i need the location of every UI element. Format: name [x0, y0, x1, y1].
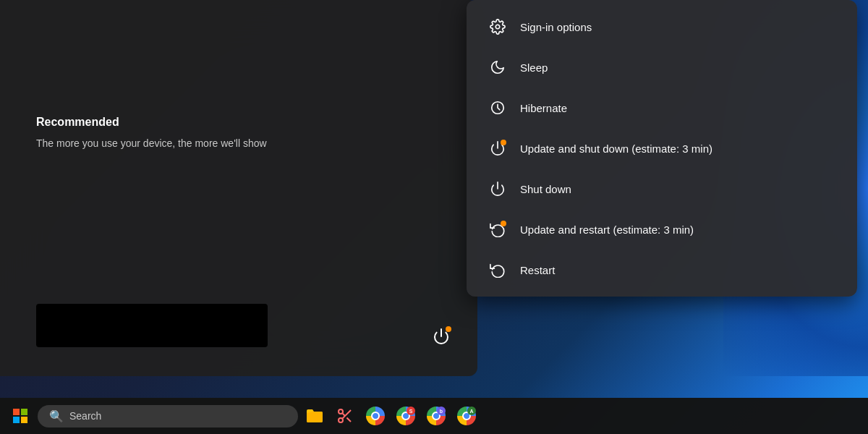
scissors-icon: [336, 407, 354, 425]
menu-item-update-shut-down[interactable]: Update and shut down (estimate: 3 min): [471, 129, 853, 168]
taskbar-snipping-tool[interactable]: [331, 402, 359, 430]
power-button[interactable]: [427, 322, 456, 351]
menu-item-hibernate-label: Hibernate: [520, 102, 567, 114]
taskbar-file-explorer[interactable]: [301, 402, 328, 430]
taskbar-chrome-3[interactable]: b: [422, 402, 450, 430]
update-restart-indicator: [501, 221, 506, 226]
restart-icon: [488, 260, 507, 279]
search-label: Search: [69, 410, 101, 422]
menu-item-hibernate[interactable]: Hibernate: [471, 88, 853, 127]
start-button[interactable]: [6, 401, 35, 430]
taskbar-chrome-2[interactable]: S: [392, 402, 420, 430]
taskbar: 🔍 Search S: [0, 398, 868, 434]
chrome-badge-a: A: [467, 407, 476, 415]
restart-update-icon: [488, 220, 507, 239]
recommended-section: Recommended The more you use your device…: [36, 116, 267, 149]
chrome-badge-s: S: [407, 407, 415, 415]
menu-item-restart-label: Restart: [520, 264, 555, 276]
chrome-icon-2: S: [396, 407, 415, 425]
menu-item-update-restart[interactable]: Update and restart (estimate: 3 min): [471, 210, 853, 249]
menu-item-sleep[interactable]: Sleep: [471, 48, 853, 87]
recent-items-placeholder: [36, 304, 268, 347]
power-menu: Sign-in options Sleep Hibernate Up: [467, 0, 857, 297]
menu-item-shut-down-label: Shut down: [520, 183, 571, 195]
chrome-icon-3: b: [427, 407, 446, 425]
chrome-icon-4: A: [457, 407, 476, 425]
svg-line-8: [346, 417, 351, 422]
menu-item-shut-down[interactable]: Shut down: [471, 169, 853, 208]
recommended-subtitle: The more you use your device, the more w…: [36, 137, 267, 149]
taskbar-chrome-1[interactable]: [362, 402, 389, 430]
menu-item-update-restart-label: Update and restart (estimate: 3 min): [520, 224, 694, 236]
menu-item-sleep-label: Sleep: [520, 61, 548, 74]
start-menu: Recommended The more you use your device…: [0, 0, 477, 376]
moon-icon: [488, 58, 507, 77]
search-bar[interactable]: 🔍 Search: [38, 405, 298, 427]
power-update-icon: [488, 139, 507, 158]
search-icon: 🔍: [49, 409, 64, 423]
windows-logo-icon: [13, 409, 27, 423]
menu-item-update-shut-down-label: Update and shut down (estimate: 3 min): [520, 142, 712, 155]
svg-point-5: [339, 409, 343, 414]
taskbar-chrome-4[interactable]: A: [453, 402, 480, 430]
power-update-indicator: [446, 326, 451, 332]
gear-icon: [488, 17, 507, 36]
svg-point-6: [339, 418, 343, 422]
menu-item-sign-in-options-label: Sign-in options: [520, 21, 592, 33]
svg-point-1: [495, 25, 500, 29]
recommended-title: Recommended: [36, 116, 267, 129]
folder-icon: [305, 408, 324, 424]
update-indicator: [501, 140, 506, 145]
chrome-icon-1: [366, 407, 385, 425]
clock-icon: [488, 98, 507, 117]
shutdown-icon: [488, 179, 507, 198]
menu-item-sign-in-options[interactable]: Sign-in options: [471, 7, 853, 46]
menu-item-restart[interactable]: Restart: [471, 250, 853, 289]
svg-line-9: [342, 413, 345, 416]
chrome-badge-b: b: [437, 407, 446, 415]
